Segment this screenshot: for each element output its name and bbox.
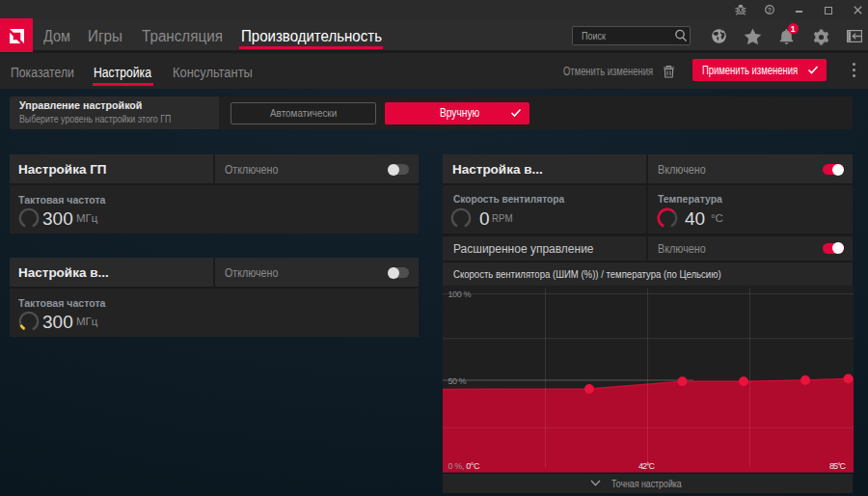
svg-text:85°C: 85°C xyxy=(829,461,847,471)
svg-text:100 %: 100 % xyxy=(448,289,472,299)
svg-text:42°C: 42°C xyxy=(638,461,656,471)
svg-text:0 %, 0°C: 0 %, 0°C xyxy=(448,461,481,471)
svg-text:50 %: 50 % xyxy=(448,376,467,386)
svg-text:?: ? xyxy=(768,7,772,14)
